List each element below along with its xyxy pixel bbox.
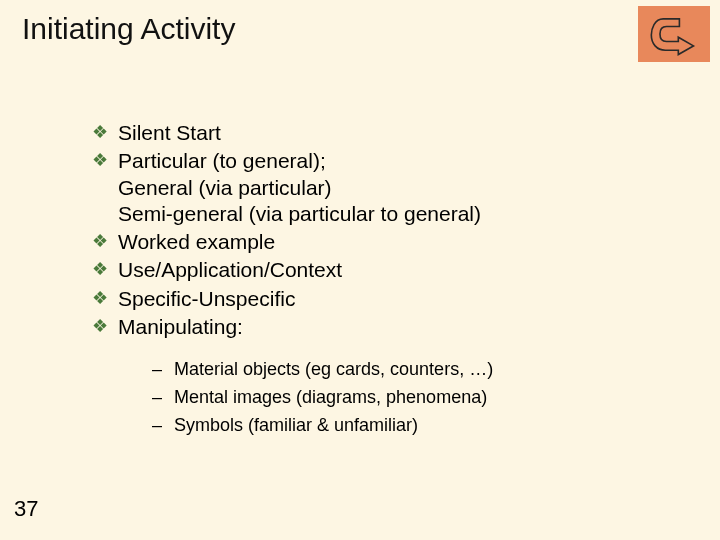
bullet-text: Manipulating: <box>118 314 680 340</box>
list-item: ❖ Silent Start <box>92 120 680 146</box>
page-number: 37 <box>14 496 38 522</box>
bullet-text: Particular (to general); General (via pa… <box>118 148 680 227</box>
dash-bullet-icon: – <box>152 356 174 384</box>
sub-item-text: Mental images (diagrams, phenomena) <box>174 384 487 412</box>
diamond-bullet-icon: ❖ <box>92 257 118 281</box>
sub-list-item: – Mental images (diagrams, phenomena) <box>152 384 680 412</box>
bullet-text: Worked example <box>118 229 680 255</box>
bullet-text: Specific-Unspecific <box>118 286 680 312</box>
diamond-bullet-icon: ❖ <box>92 314 118 338</box>
list-item: ❖ Particular (to general); General (via … <box>92 148 680 227</box>
u-turn-icon[interactable] <box>638 6 710 62</box>
diamond-bullet-icon: ❖ <box>92 286 118 310</box>
diamond-bullet-icon: ❖ <box>92 229 118 253</box>
sub-item-text: Material objects (eg cards, counters, …) <box>174 356 493 384</box>
sub-list-item: – Material objects (eg cards, counters, … <box>152 356 680 384</box>
bullet-text: Silent Start <box>118 120 680 146</box>
sub-item-text: Symbols (familiar & unfamiliar) <box>174 412 418 440</box>
bullet-text: Use/Application/Context <box>118 257 680 283</box>
list-item: ❖ Specific-Unspecific <box>92 286 680 312</box>
u-turn-glyph <box>647 12 701 56</box>
diamond-bullet-icon: ❖ <box>92 148 118 172</box>
list-item: ❖ Use/Application/Context <box>92 257 680 283</box>
list-item: ❖ Manipulating: <box>92 314 680 340</box>
sub-list-item: – Symbols (familiar & unfamiliar) <box>152 412 680 440</box>
slide: Initiating Activity ❖ Silent Start ❖ Par… <box>0 0 720 540</box>
content-area: ❖ Silent Start ❖ Particular (to general)… <box>92 120 680 440</box>
slide-title: Initiating Activity <box>22 12 235 46</box>
list-item: ❖ Worked example <box>92 229 680 255</box>
dash-bullet-icon: – <box>152 412 174 440</box>
diamond-bullet-icon: ❖ <box>92 120 118 144</box>
sub-list: – Material objects (eg cards, counters, … <box>152 356 680 440</box>
dash-bullet-icon: – <box>152 384 174 412</box>
